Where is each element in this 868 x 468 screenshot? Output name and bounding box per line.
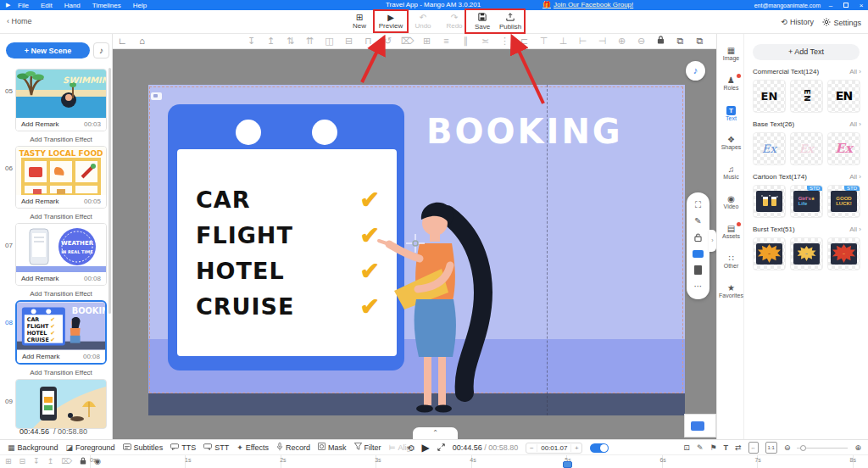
character-illustration[interactable] [360,191,504,415]
timeline-ruler[interactable]: 0s 1s 2s 3s 4s 5s 6s 7s 8s [90,455,856,468]
facebook-group-link[interactable]: 🎁Join Our Facebook Group! [542,1,633,8]
tab-roles[interactable]: ♟ Roles [717,75,745,91]
scene-item-09[interactable]: 09 [15,379,107,429]
monitor-view-button[interactable] [693,250,704,258]
burst-all-link[interactable]: All › [849,226,861,233]
folder-out-icon[interactable]: ⊟ [19,457,26,466]
tab-music[interactable]: ♫ Music [717,164,745,180]
delete-layer-icon[interactable]: ⌦ [61,457,72,466]
crop-icon[interactable]: ⊏ [515,34,534,48]
foreground-button[interactable]: ◪Foreground [66,443,115,452]
lock-canvas-icon[interactable] [651,34,670,48]
swap-icon[interactable]: ⊣ [593,34,612,48]
add-transition-link[interactable]: Add Transition Effect [15,365,107,376]
step-value[interactable]: 00:01.07 [537,444,570,452]
edit-track-icon[interactable]: ✎ [697,443,704,453]
playhead-marker[interactable] [563,461,572,468]
base-text-item[interactable]: Ex [790,132,823,165]
fit-screen-icon[interactable]: ⛶ [695,201,701,209]
menu-file[interactable]: File [12,2,35,9]
redo-button[interactable]: ↷Redo [439,13,470,30]
publish-button[interactable]: Publish [495,13,526,31]
pin-icon[interactable]: ⚑ [709,443,716,453]
add-transition-link[interactable]: Add Transition Effect [15,286,107,298]
scene-08-thumbnail[interactable]: BOOKING CAR✔ FLIGHT✔ HOTEL✔ CRUISE✔ [17,302,105,350]
step-plus-button[interactable]: + [570,444,581,452]
subtitles-button[interactable]: Subtitles [123,443,164,452]
close-button[interactable]: × [856,2,866,9]
effects-button[interactable]: ✦Effects [236,443,269,452]
home-button[interactable]: ‹ Home [7,17,32,25]
add-remark-link[interactable]: Add Remark [21,198,58,205]
align-bottom-icon[interactable]: ↧ [242,34,261,48]
align-middle-icon[interactable]: ⇅ [281,34,300,48]
zoom-slider-knob[interactable] [800,445,806,451]
sidebar-scrollbar[interactable] [108,68,111,314]
tab-video[interactable]: ◉ Video [717,194,745,209]
settings-button[interactable]: Settings [822,18,861,28]
tts-button[interactable]: TTS [170,443,196,452]
menu-help[interactable]: Help [127,2,153,9]
tab-favorites[interactable]: ★ Favorites [717,283,745,298]
burst-text-item[interactable]: ~ [790,237,823,270]
playback-history-icon[interactable]: ⟲ [407,443,414,453]
stage-canvas[interactable]: BOOKING CAR✔ FLIGHT✔ HOTEL✔ CRUISE✔ [148,85,685,415]
actual-size-icon[interactable]: 1:1 [765,442,777,454]
move-layer-down-icon[interactable]: ↧ [33,457,40,466]
save-button[interactable]: Save [467,13,498,31]
cartoon-text-item[interactable]: STD GOOD LUCK! [827,185,860,218]
scene-item-07[interactable]: 07 WEATHER IN REAL TIME Add Remark 00:08 [15,223,107,298]
new-button[interactable]: ⊞New [344,13,375,30]
cartoon-all-link[interactable]: All › [849,173,861,181]
scene-05-thumbnail[interactable]: SWIMMING [16,70,106,118]
timeline-zoom-slider[interactable] [797,448,848,448]
add-remark-link[interactable]: Add Remark [21,275,58,282]
match-width-icon[interactable]: ⊥ [554,34,573,48]
tab-other[interactable]: ∷ Other [717,254,745,269]
tab-image[interactable]: ▦ Image [717,46,745,61]
paste-icon[interactable]: ⧉ [690,34,709,48]
base-text-item[interactable]: Ex [827,132,860,165]
base-all-link[interactable]: All › [849,120,861,128]
record-button[interactable]: Record [276,443,310,453]
distribute-h-icon[interactable]: ∥ [456,34,476,48]
autoplay-toggle[interactable] [590,443,609,453]
filter-button[interactable]: Filter [354,443,381,452]
new-scene-button[interactable]: + New Scene [6,42,90,58]
zoom-out-tool-icon[interactable]: ⊖ [632,34,651,48]
fullscreen-preview-icon[interactable] [437,443,445,453]
tab-assets[interactable]: ▤ Assets [717,224,745,239]
background-button[interactable]: ▦Background [8,443,58,452]
commercial-text-item[interactable]: EN [827,80,860,113]
element-track-thumbnail[interactable] [684,414,716,437]
commercial-text-item[interactable]: EN [753,80,786,113]
burst-text-item[interactable]: ~ [827,237,860,270]
add-transition-link[interactable]: Add Transition Effect [15,209,107,220]
distribute-v-icon[interactable]: ⋮ [495,34,515,48]
commercial-text-item[interactable]: EN [790,80,823,113]
tab-text[interactable]: T Text [717,105,745,121]
space-evenly-icon[interactable]: ⊤ [534,34,554,48]
scene-music-icon[interactable]: ♪ [93,42,109,58]
copy-icon[interactable]: ⧉ [670,34,690,48]
home-view-icon[interactable]: ⌂ [132,34,152,48]
add-transition-link[interactable]: Add Transition Effect [15,131,107,143]
timeline-zoom-in-icon[interactable]: ⊕ [854,443,861,453]
add-remark-link[interactable]: Add Remark [21,120,58,128]
timeline-zoom-out-icon[interactable]: ⊖ [784,443,791,453]
shuffle-icon[interactable]: ⇄ [735,443,742,453]
undo-button[interactable]: ↶Undo [408,13,438,30]
scene-item-08-selected[interactable]: 08 BOOKING CAR✔ FLIGHT✔ HOTEL✔ CRUISE✔ [15,300,107,376]
commercial-all-link[interactable]: All › [849,68,861,75]
delete-element-icon[interactable]: ⌦ [398,34,417,48]
flip-vertical-icon[interactable]: ⊟ [339,34,359,48]
align-top-icon[interactable]: ↥ [261,34,281,48]
snapshot-icon[interactable]: ⊡ [683,443,690,453]
panel-expand-chevron[interactable]: › [709,230,716,252]
unlock-icon[interactable] [694,233,702,243]
align-text-left-icon[interactable]: ≡ [437,34,456,48]
scene-06-thumbnail[interactable]: TASTY LOCAL FOOD [16,147,106,195]
history-button[interactable]: ⟲History [781,18,814,26]
add-text-button[interactable]: + Add Text [753,44,860,60]
step-minus-button[interactable]: − [526,444,537,452]
